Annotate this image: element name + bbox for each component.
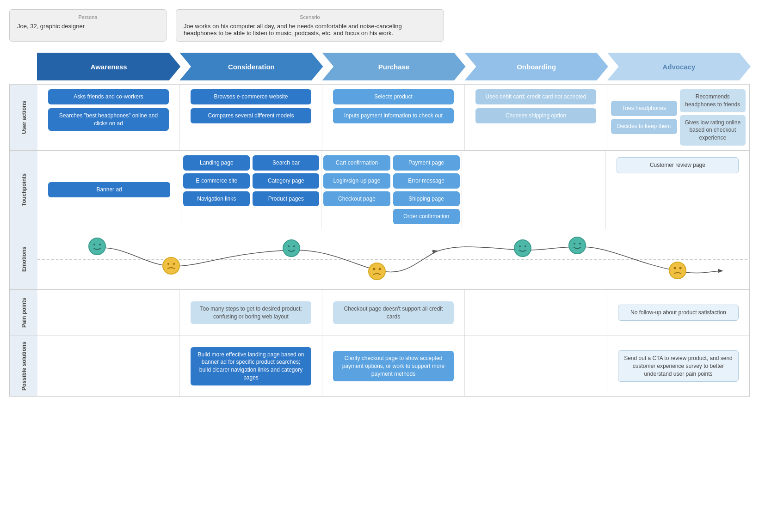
pp-consideration-col: Too many steps to get to desired product… xyxy=(180,290,322,336)
tp-consideration-card5: Category page xyxy=(253,173,319,189)
ua-advocacy-card4: Gives low rating online based on checkou… xyxy=(680,115,746,146)
scenario-box: Scenario Joe works on his computer all d… xyxy=(176,9,444,42)
svg-point-7 xyxy=(284,241,299,256)
ua-onboarding-col: Uses debit card; credit card not accepte… xyxy=(465,85,607,150)
stage-consideration: Consideration xyxy=(179,53,323,80)
svg-point-20 xyxy=(579,243,581,245)
tp-consideration-card6: Product pages xyxy=(253,191,319,207)
solutions-label: Possible solutions xyxy=(10,336,37,396)
emotion-purchase-start xyxy=(283,239,300,257)
scenario-label: Scenario xyxy=(184,14,436,20)
pain-points-row: Pain points Too many steps to get to des… xyxy=(10,290,749,336)
ua-consideration-card1: Browses e-commerce website xyxy=(191,89,312,104)
svg-point-15 xyxy=(515,241,530,256)
svg-point-16 xyxy=(519,245,521,247)
svg-point-2 xyxy=(93,244,95,245)
tp-consideration-col: Landing page E-commerce site Navigation … xyxy=(181,151,321,229)
user-actions-label: User actions xyxy=(10,85,37,150)
emotion-purchase-end xyxy=(368,263,386,280)
sol-advocacy-col: Send out a CTA to review product, and se… xyxy=(607,336,749,396)
ua-advocacy-col: Tries headphones Decides to keep them Re… xyxy=(607,85,749,150)
tp-consideration-card2: E-commerce site xyxy=(183,173,250,189)
header-row: Persona Joe, 32, graphic designer Scenar… xyxy=(9,9,750,42)
ua-awareness-col: Asks friends and co-workers Searches "be… xyxy=(37,85,180,150)
svg-point-17 xyxy=(525,245,526,247)
ua-advocacy-card1: Tries headphones xyxy=(611,101,677,116)
sol-purchase-card: Clarify checkout page to show accepted p… xyxy=(333,351,454,381)
emotion-consideration xyxy=(162,257,180,275)
tp-consideration-card3: Navigation links xyxy=(183,191,250,207)
ua-consideration-col: Browses e-commerce website Compares seve… xyxy=(180,85,322,150)
svg-point-3 xyxy=(99,244,101,245)
tp-purchase-card5: Error message xyxy=(393,173,460,189)
tp-awareness-card1: Banner ad xyxy=(48,182,171,197)
svg-point-1 xyxy=(90,239,105,254)
pp-advocacy-col: No follow-up about product satisfaction xyxy=(607,290,749,336)
tp-purchase-card6: Shipping page xyxy=(393,191,460,207)
tp-purchase-card2: Login/sign-up page xyxy=(323,173,390,189)
stage-awareness: Awareness xyxy=(37,53,180,80)
tp-awareness-col: Banner ad xyxy=(37,151,181,229)
ua-advocacy-card2: Decides to keep them xyxy=(611,119,677,134)
tp-purchase-card4: Payment page xyxy=(393,155,460,171)
svg-point-18 xyxy=(570,238,585,253)
touchpoints-row: Touchpoints Banner ad Landing page E-com… xyxy=(10,151,749,229)
ua-purchase-card1: Selects product xyxy=(333,89,454,104)
svg-point-8 xyxy=(288,245,290,247)
emotion-advocacy-happy xyxy=(568,237,586,254)
tp-onboarding-col xyxy=(462,151,606,229)
user-actions-row: User actions Asks friends and co-workers… xyxy=(10,85,749,151)
scenario-content: Joe works on his computer all day, and h… xyxy=(184,23,436,37)
pp-consideration-card: Too many steps to get to desired product… xyxy=(191,301,312,324)
tp-consideration-card1: Landing page xyxy=(183,155,250,171)
pain-points-content: Too many steps to get to desired product… xyxy=(37,290,749,336)
svg-point-9 xyxy=(293,245,295,247)
ua-awareness-card1: Asks friends and co-workers xyxy=(48,89,169,104)
pp-onboarding-col xyxy=(465,290,607,336)
emotion-awareness xyxy=(88,238,106,255)
solutions-row: Possible solutions Build more effective … xyxy=(10,336,749,396)
tp-consideration-card4: Search bar xyxy=(253,155,319,171)
svg-point-4 xyxy=(164,258,179,273)
user-actions-content: Asks friends and co-workers Searches "be… xyxy=(37,85,749,150)
tp-purchase-card3: Checkout page xyxy=(323,191,390,207)
ua-purchase-col: Selects product Inputs payment informati… xyxy=(322,85,465,150)
ua-onboarding-card1: Uses debit card; credit card not accepte… xyxy=(475,89,597,104)
ua-awareness-card2: Searches "best headphones" online and cl… xyxy=(48,108,169,131)
pp-awareness-col xyxy=(37,290,180,336)
stages-row: Awareness Consideration Purchase Onboard… xyxy=(37,53,750,80)
sol-purchase-col: Clarify checkout page to show accepted p… xyxy=(322,336,465,396)
sol-awareness-col xyxy=(37,336,180,396)
emotions-content xyxy=(37,229,749,289)
pp-purchase-card: Checkout page doesn't support all credit… xyxy=(333,301,454,324)
svg-point-6 xyxy=(173,263,175,265)
emotion-advocacy-sad xyxy=(669,262,686,279)
svg-point-21 xyxy=(670,263,685,278)
main-grid: User actions Asks friends and co-workers… xyxy=(9,84,750,397)
pain-points-label: Pain points xyxy=(10,290,37,336)
sol-onboarding-col xyxy=(465,336,607,396)
sol-consideration-col: Build more effective landing page based … xyxy=(180,336,322,396)
page-wrapper: Persona Joe, 32, graphic designer Scenar… xyxy=(0,0,759,406)
persona-label: Persona xyxy=(17,14,159,20)
stage-onboarding: Onboarding xyxy=(465,53,608,80)
tp-purchase-col: Cart confirmation Login/sign-up page Che… xyxy=(321,151,462,229)
sol-advocacy-card: Send out a CTA to review product, and se… xyxy=(618,350,739,382)
pp-purchase-col: Checkout page doesn't support all credit… xyxy=(322,290,465,336)
tp-purchase-card1: Cart confirmation xyxy=(323,155,390,171)
solutions-content: Build more effective landing page based … xyxy=(37,336,749,396)
ua-purchase-card2: Inputs payment information to check out xyxy=(333,108,454,123)
ua-advocacy-card3: Recommends headphones to friends xyxy=(680,89,746,112)
tp-advocacy-col: Customer review page xyxy=(606,151,749,229)
persona-content: Joe, 32, graphic designer xyxy=(17,23,159,30)
ua-consideration-card2: Compares several different models xyxy=(191,108,312,123)
svg-point-5 xyxy=(167,263,169,265)
sol-consideration-card: Build more effective landing page based … xyxy=(191,347,312,385)
persona-box: Persona Joe, 32, graphic designer xyxy=(9,9,167,42)
emotions-row: Emotions xyxy=(10,229,749,290)
tp-purchase-card7: Order confirmation xyxy=(393,209,460,224)
ua-onboarding-card2: Chooses shipping option xyxy=(475,108,597,123)
svg-point-10 xyxy=(370,264,384,279)
touchpoints-label: Touchpoints xyxy=(10,151,37,229)
stage-purchase: Purchase xyxy=(322,53,465,80)
